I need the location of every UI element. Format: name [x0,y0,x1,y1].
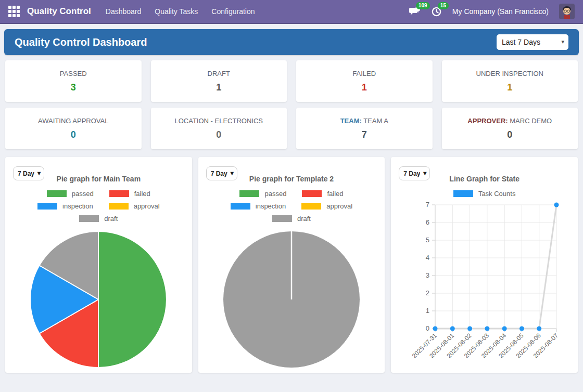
kpi-label: DRAFT [208,70,230,77]
period-select-wrap: 7 Day [13,166,44,180]
kpi-value: 1 [507,82,512,93]
kpi-label: TEAM: TEAM A [340,117,388,125]
menu-item-configuration[interactable]: Configuration [211,7,255,16]
kpi-value: 1 [216,82,221,93]
pie-chart-main-team [28,229,169,370]
kpi-card-draft: DRAFT 1 [151,60,287,102]
messages-count-badge: 109 [416,2,430,9]
dashboard-banner: Quality Control Dashboard Last 7 Days [4,29,579,55]
chart-card-line-state: 7 Day Line Graph for State Task Counts 0… [391,157,578,373]
line-chart-state: 012345672025-07-312025-08-012025-08-0220… [396,199,573,370]
page-title: Quality Control Dashboard [15,36,147,48]
chart-legend: Task Counts [409,190,560,198]
legend-swatch [109,203,129,210]
legend-label: Task Counts [478,190,516,198]
pie-chart-wrap [198,229,385,370]
period-select-line-state[interactable]: 7 Day [399,166,430,180]
kpi-card-location-electronics: LOCATION - ELECTRONICS 0 [151,108,287,149]
kpi-card-approver-marc-demo: APPROVER: MARC DEMO 0 [442,108,578,149]
legend-swatch [109,190,129,197]
kpi-value: 0 [71,129,76,140]
legend-item-passed[interactable]: passed [47,190,94,198]
legend-item-task-counts[interactable]: Task Counts [453,190,516,198]
legend-item-approval[interactable]: approval [109,202,160,210]
legend-swatch [239,190,259,197]
legend-item-failed[interactable]: failed [109,190,150,198]
chart-legend: passedfailedinspectionapprovaldraft [216,190,367,223]
period-select-main-team[interactable]: 7 Day [13,166,44,180]
svg-text:0: 0 [425,324,429,332]
legend-label: inspection [62,202,93,210]
kpi-label: AWAITING APPROVAL [38,117,108,125]
kpi-card-team-a: TEAM: TEAM A 7 [296,108,433,149]
activities-button[interactable]: 15 [431,6,442,17]
kpi-card-awaiting-approval: AWAITING APPROVAL 0 [5,108,142,149]
kpi-value: 3 [71,82,76,93]
legend-item-passed[interactable]: passed [239,190,286,198]
legend-swatch [79,215,99,222]
kpi-card-under-inspection: UNDER INSPECTION 1 [442,60,578,102]
kpi-card-failed: FAILED 1 [296,60,433,102]
period-select-wrap: 7 Day [206,166,237,180]
legend-swatch [231,203,250,210]
kpi-label: FAILED [352,70,376,77]
svg-text:6: 6 [425,218,429,226]
charts-row: 7 Day Pie graph for Main Team passedfail… [5,157,578,373]
legend-item-inspection[interactable]: inspection [37,202,93,210]
menu-item-dashboard[interactable]: Dashboard [106,7,142,16]
svg-text:2: 2 [425,289,429,297]
kpi-label: PASSED [60,70,87,77]
legend-label: passed [72,190,94,198]
kpi-value: 0 [216,129,221,140]
kpi-value: 1 [362,82,367,93]
legend-label: draft [104,215,118,223]
legend-label: approval [134,202,160,210]
legend-label: passed [264,190,286,198]
legend-label: approval [326,202,352,210]
legend-swatch [37,203,57,210]
legend-label: failed [327,190,343,198]
chart-card-pie-main-team: 7 Day Pie graph for Main Team passedfail… [5,157,192,373]
chart-card-pie-template-2: 7 Day Pie graph for Template 2 passedfai… [198,157,385,373]
svg-text:3: 3 [425,271,429,279]
main-menu: Dashboard Quality Tasks Configuration [106,7,255,16]
kpi-value: 0 [507,129,512,140]
legend-item-draft[interactable]: draft [272,215,311,223]
legend-swatch [453,190,473,197]
svg-text:4: 4 [425,254,429,262]
svg-text:5: 5 [425,236,429,244]
messages-button[interactable]: 109 [409,6,421,17]
kpi-card-passed: PASSED 3 [5,60,142,102]
menu-item-quality-tasks[interactable]: Quality Tasks [155,7,198,16]
apps-menu-icon[interactable] [8,6,20,17]
period-select-template-2[interactable]: 7 Day [206,166,237,180]
kpi-value: 7 [362,129,367,140]
legend-item-draft[interactable]: draft [79,215,118,223]
legend-swatch [272,215,292,222]
legend-label: failed [134,190,150,198]
legend-swatch [47,190,67,197]
user-avatar[interactable] [559,4,575,19]
company-menu[interactable]: My Company (San Francisco) [452,7,549,16]
legend-label: draft [297,215,311,223]
app-title[interactable]: Quality Control [27,6,91,17]
legend-item-inspection[interactable]: inspection [231,202,286,210]
activities-count-badge: 15 [438,2,449,9]
top-navbar: Quality Control Dashboard Quality Tasks … [0,0,583,24]
pie-chart-template-2 [221,229,362,370]
legend-item-approval[interactable]: approval [301,202,352,210]
pie-chart-wrap [5,229,192,370]
svg-text:7: 7 [425,201,429,208]
kpi-grid: PASSED 3 DRAFT 1 FAILED 1 UNDER INSPECTI… [5,60,578,149]
period-select-wrap: 7 Day [399,166,430,180]
topbar-right: 109 15 My Company (San Francisco) [409,4,575,19]
date-range-select[interactable]: Last 7 Days [497,34,568,50]
legend-item-failed[interactable]: failed [302,190,343,198]
svg-text:1: 1 [425,307,429,315]
legend-swatch [301,203,321,210]
chart-legend: passedfailedinspectionapprovaldraft [23,190,174,223]
kpi-label: APPROVER: MARC DEMO [467,117,552,125]
avatar-image-icon [559,4,575,19]
kpi-label: UNDER INSPECTION [476,70,543,77]
legend-swatch [302,190,322,197]
